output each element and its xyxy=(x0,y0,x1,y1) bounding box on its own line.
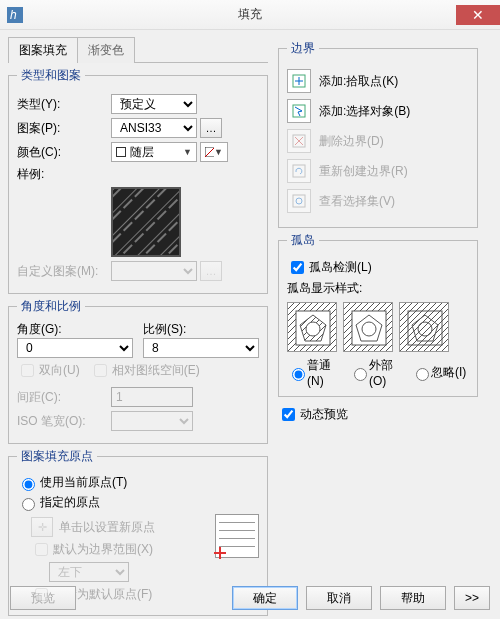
recreate-boundary-label: 重新创建边界(R) xyxy=(319,163,469,180)
view-selection-label: 查看选择集(V) xyxy=(319,193,469,210)
svg-text:h: h xyxy=(10,8,17,22)
sample-label: 样例: xyxy=(17,166,111,183)
custom-pattern-select xyxy=(111,261,197,281)
spacing-input xyxy=(111,387,193,407)
chevron-down-icon: ▼ xyxy=(214,147,223,157)
svg-rect-17 xyxy=(293,195,305,207)
group-boundary-legend: 边界 xyxy=(287,40,319,57)
origin-preview xyxy=(215,514,259,558)
ok-button[interactable]: 确定 xyxy=(232,586,298,610)
tab-gradient[interactable]: 渐变色 xyxy=(77,37,135,63)
tab-strip: 图案填充 渐变色 xyxy=(8,36,268,63)
island-preview-normal[interactable] xyxy=(287,302,337,352)
color-value: 随层 xyxy=(130,144,154,161)
view-selection-icon xyxy=(287,189,311,213)
origin-default-extents: 默认为边界范围(X) xyxy=(31,540,207,559)
tab-hatch[interactable]: 图案填充 xyxy=(8,37,78,63)
pattern-swatch[interactable] xyxy=(111,187,181,257)
type-select[interactable]: 预定义 xyxy=(111,94,197,114)
angle-label: 角度(G): xyxy=(17,321,133,338)
add-pick-label[interactable]: 添加:拾取点(K) xyxy=(319,73,469,90)
cancel-button[interactable]: 取消 xyxy=(306,586,372,610)
isopen-label: ISO 笔宽(O): xyxy=(17,413,111,430)
svg-point-23 xyxy=(306,322,320,336)
group-origin-legend: 图案填充原点 xyxy=(17,448,97,465)
group-angle-legend: 角度和比例 xyxy=(17,298,85,315)
pick-point-icon: ✛ xyxy=(31,517,53,537)
scale-select[interactable]: 8 xyxy=(143,338,259,358)
none-color-icon xyxy=(205,147,214,157)
island-preview-outer[interactable] xyxy=(343,302,393,352)
island-outer-radio[interactable]: 外部(O) xyxy=(349,357,405,388)
svg-rect-8 xyxy=(113,189,179,255)
delete-boundary-icon xyxy=(287,129,311,153)
group-island-legend: 孤岛 xyxy=(287,232,319,249)
app-icon: h xyxy=(0,0,30,30)
angle-select[interactable]: 0 xyxy=(17,338,133,358)
svg-rect-16 xyxy=(293,165,305,177)
add-select-icon[interactable] xyxy=(287,99,311,123)
pattern-label: 图案(P): xyxy=(17,120,111,137)
svg-point-27 xyxy=(362,322,376,336)
dynamic-preview-check[interactable]: 动态预览 xyxy=(278,405,478,424)
double-check: 双向(U) xyxy=(17,361,80,380)
chevron-down-icon: ▼ xyxy=(183,147,192,157)
pattern-select[interactable]: ANSI33 xyxy=(111,118,197,138)
origin-click-new: ✛ 单击以设置新原点 xyxy=(31,517,207,537)
color-select[interactable]: 随层 ▼ xyxy=(111,142,197,162)
origin-current-radio[interactable]: 使用当前原点(T) xyxy=(17,474,259,491)
island-preview-ignore[interactable] xyxy=(399,302,449,352)
add-pick-icon[interactable] xyxy=(287,69,311,93)
origin-specified-radio[interactable]: 指定的原点 xyxy=(17,494,259,511)
custom-pattern-label: 自定义图案(M): xyxy=(17,263,111,280)
island-style-label: 孤岛显示样式: xyxy=(287,280,469,297)
pattern-browse-button[interactable]: … xyxy=(200,118,222,138)
svg-rect-12 xyxy=(293,105,305,117)
bgcolor-select[interactable]: ▼ xyxy=(200,142,228,162)
relpaper-check: 相对图纸空间(E) xyxy=(90,361,200,380)
spacing-label: 间距(C): xyxy=(17,389,111,406)
add-select-label[interactable]: 添加:选择对象(B) xyxy=(319,103,469,120)
scale-label: 比例(S): xyxy=(143,321,259,338)
svg-point-31 xyxy=(418,322,432,336)
origin-pos-select: 左下 xyxy=(49,562,129,582)
custom-pattern-browse: … xyxy=(200,261,222,281)
island-ignore-radio[interactable]: 忽略(I) xyxy=(411,357,467,388)
color-label: 颜色(C): xyxy=(17,144,111,161)
type-label: 类型(Y): xyxy=(17,96,111,113)
window-title: 填充 xyxy=(238,6,262,23)
island-detect-check[interactable]: 孤岛检测(L) xyxy=(287,258,469,277)
help-button[interactable]: 帮助 xyxy=(380,586,446,610)
svg-point-18 xyxy=(296,198,302,204)
isopen-select xyxy=(111,411,193,431)
island-normal-radio[interactable]: 普通(N) xyxy=(287,357,343,388)
delete-boundary-label: 删除边界(D) xyxy=(319,133,469,150)
expand-button[interactable]: >> xyxy=(454,586,490,610)
recreate-boundary-icon xyxy=(287,159,311,183)
group-type-legend: 类型和图案 xyxy=(17,67,85,84)
close-button[interactable]: ✕ xyxy=(456,5,500,25)
color-swatch-icon xyxy=(116,147,126,157)
